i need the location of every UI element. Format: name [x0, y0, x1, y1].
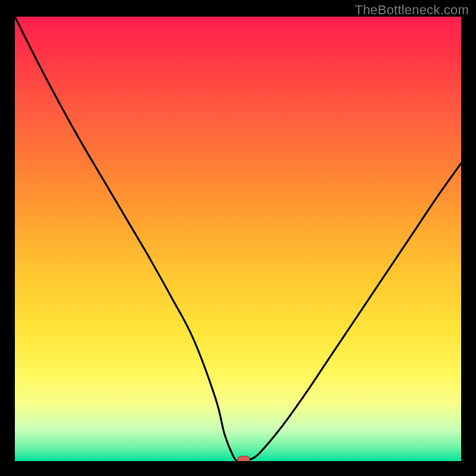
- bottleneck-curve: [15, 17, 461, 461]
- plot-area: [15, 17, 461, 461]
- chart-frame: TheBottleneck.com: [0, 0, 476, 476]
- optimum-marker: [237, 456, 250, 461]
- watermark: TheBottleneck.com: [355, 2, 469, 18]
